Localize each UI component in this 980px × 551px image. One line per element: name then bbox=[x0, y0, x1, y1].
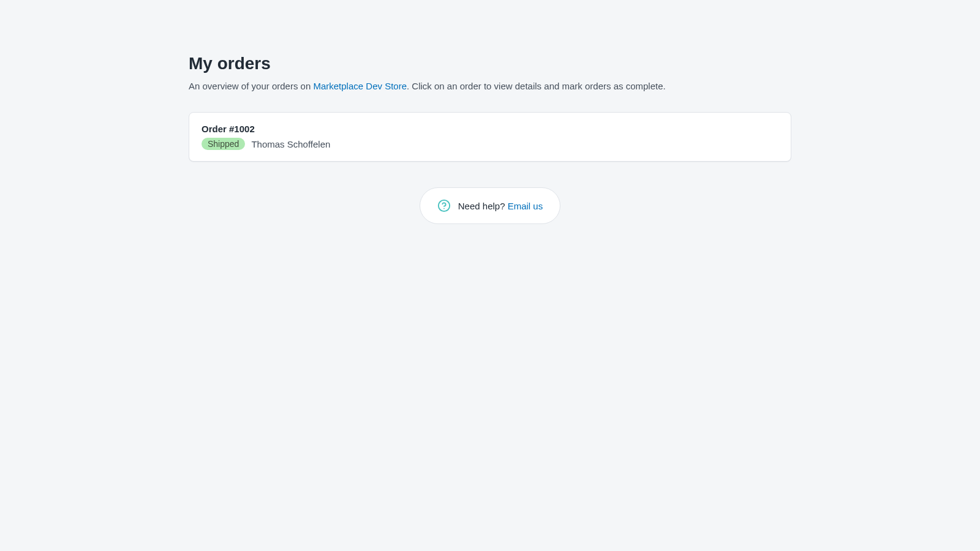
help-question-icon bbox=[437, 199, 451, 212]
order-title: Order #1002 bbox=[202, 124, 778, 134]
store-link[interactable]: Marketplace Dev Store bbox=[313, 81, 407, 91]
help-prompt: Need help? bbox=[458, 201, 508, 211]
page-title: My orders bbox=[189, 54, 791, 73]
customer-name: Thomas Schoffelen bbox=[251, 139, 330, 149]
subtitle-suffix: . Click on an order to view details and … bbox=[407, 81, 666, 91]
status-badge: Shipped bbox=[202, 138, 245, 150]
help-text: Need help? Email us bbox=[458, 201, 543, 211]
page-subtitle: An overview of your orders on Marketplac… bbox=[189, 80, 791, 92]
subtitle-prefix: An overview of your orders on bbox=[189, 81, 313, 91]
help-card: Need help? Email us bbox=[420, 187, 560, 224]
help-email-link[interactable]: Email us bbox=[508, 201, 543, 211]
order-row: Shipped Thomas Schoffelen bbox=[202, 138, 778, 150]
order-card[interactable]: Order #1002 Shipped Thomas Schoffelen bbox=[189, 112, 791, 162]
